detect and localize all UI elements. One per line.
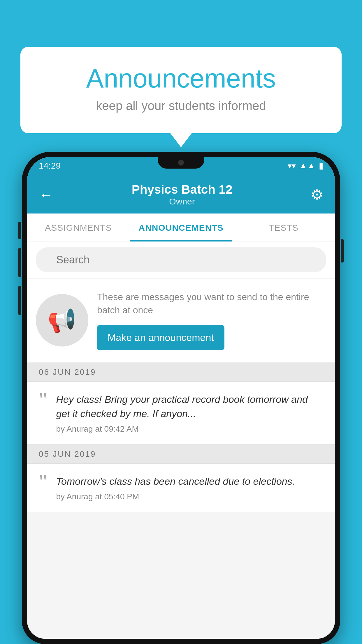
tabs-bar: ASSIGNMENTS ANNOUNCEMENTS TESTS bbox=[27, 214, 335, 242]
promo-description: These are messages you want to send to t… bbox=[97, 290, 326, 317]
tab-announcements[interactable]: ANNOUNCEMENTS bbox=[130, 214, 232, 241]
speech-bubble-section: Announcements keep all your students inf… bbox=[20, 47, 342, 133]
status-bar: 14:29 ▾▾ ▲▲ ▮ bbox=[27, 157, 335, 174]
owner-label: Owner bbox=[53, 197, 311, 206]
announcement-meta-2: by Anurag at 05:40 PM bbox=[56, 492, 323, 501]
promo-icon-circle: 📢 bbox=[36, 294, 88, 346]
tab-tests[interactable]: TESTS bbox=[232, 214, 335, 241]
status-icons: ▾▾ ▲▲ ▮ bbox=[288, 161, 323, 171]
announcement-text-2: Tomorrow's class has been cancelled due … bbox=[56, 474, 323, 489]
header-center: Physics Batch 12 Owner bbox=[53, 183, 311, 206]
quote-icon-2: " bbox=[39, 471, 47, 492]
volume-up-button bbox=[18, 248, 21, 277]
make-announcement-button[interactable]: Make an announcement bbox=[97, 325, 224, 350]
power-button bbox=[341, 239, 344, 262]
wifi-icon: ▾▾ bbox=[288, 161, 296, 171]
announcement-item-1[interactable]: " Hey class! Bring your practical record… bbox=[27, 382, 335, 445]
search-wrapper: 🔍 bbox=[36, 247, 326, 272]
mute-button bbox=[18, 222, 21, 239]
search-container: 🔍 bbox=[27, 242, 335, 278]
date-divider-1: 06 JUN 2019 bbox=[27, 363, 335, 382]
settings-button[interactable]: ⚙ bbox=[311, 186, 323, 203]
volume-down-button bbox=[18, 286, 21, 315]
announcement-text-1: Hey class! Bring your practical record b… bbox=[56, 392, 323, 421]
announcement-meta-1: by Anurag at 09:42 AM bbox=[56, 424, 323, 434]
app-header: ← Physics Batch 12 Owner ⚙ bbox=[27, 174, 335, 214]
announcement-item-2[interactable]: " Tomorrow's class has been cancelled du… bbox=[27, 464, 335, 512]
phone-screen: 14:29 ▾▾ ▲▲ ▮ ← Physics Batch 12 Owner ⚙… bbox=[27, 157, 335, 639]
bubble-title: Announcements bbox=[44, 64, 318, 93]
phone-frame: 14:29 ▾▾ ▲▲ ▮ ← Physics Batch 12 Owner ⚙… bbox=[22, 152, 340, 644]
bubble-subtitle: keep all your students informed bbox=[44, 99, 318, 113]
batch-title: Physics Batch 12 bbox=[53, 183, 311, 197]
tab-assignments[interactable]: ASSIGNMENTS bbox=[27, 214, 130, 241]
battery-icon: ▮ bbox=[319, 161, 323, 171]
signal-icon: ▲▲ bbox=[299, 161, 315, 170]
announcement-text-wrap-2: Tomorrow's class has been cancelled due … bbox=[56, 474, 323, 501]
search-input[interactable] bbox=[36, 247, 326, 272]
front-camera bbox=[178, 160, 184, 166]
promo-section: 📢 These are messages you want to send to… bbox=[27, 279, 335, 362]
megaphone-icon: 📢 bbox=[48, 307, 77, 334]
phone-notch bbox=[158, 157, 204, 169]
quote-icon-1: " bbox=[39, 389, 47, 410]
back-button[interactable]: ← bbox=[39, 187, 53, 202]
content-area: 🔍 📢 These are messages you want to send … bbox=[27, 242, 335, 639]
promo-content: These are messages you want to send to t… bbox=[97, 290, 326, 350]
announcement-text-wrap-1: Hey class! Bring your practical record b… bbox=[56, 392, 323, 434]
status-time: 14:29 bbox=[39, 161, 61, 171]
speech-bubble: Announcements keep all your students inf… bbox=[20, 47, 342, 133]
date-divider-2: 05 JUN 2019 bbox=[27, 444, 335, 464]
